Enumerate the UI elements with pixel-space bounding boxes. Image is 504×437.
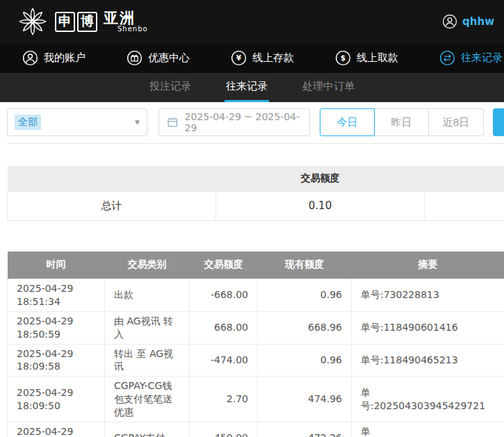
cell-summary: 单号:730228813 xyxy=(352,279,504,312)
brand-logo[interactable]: 申 博 亚洲 Shenbo xyxy=(17,6,148,38)
table-row: 2025-04-29 18:50:59 由 AG视讯 转入 668.00 668… xyxy=(8,311,504,344)
username: qhhw xyxy=(462,15,494,28)
table-row: 2025-04-29 18:51:34 出款 -668.00 0.96 单号:7… xyxy=(8,279,504,312)
cell-amount: 2.70 xyxy=(190,377,258,422)
col-balance: 现有额度 xyxy=(258,252,352,279)
cell-summary: 单号:118490601416 xyxy=(352,311,504,344)
logo-suffix-block: 亚洲 Shenbo xyxy=(104,10,148,33)
yuan-glyph: ¥ xyxy=(236,53,242,62)
nav-item-label: 我的账户 xyxy=(44,51,86,65)
summary-total-value: 0.10 xyxy=(216,191,425,220)
nav-item-label: 线上取款 xyxy=(357,51,398,65)
table-row: 2025-04-29 18:09:58 转出 至 AG视讯 -474.00 0.… xyxy=(8,344,504,377)
nav-item-label: 往来记录 xyxy=(461,51,503,65)
cell-time: 2025-04-29 18:09:50 xyxy=(8,422,105,437)
logo-subtitle: Shenbo xyxy=(104,26,148,33)
table-row: 2025-04-29 18:09:50 CGPAY-CG钱包支付笔笔送优惠 2.… xyxy=(8,377,504,422)
user-circle-icon xyxy=(22,50,38,66)
user-avatar-icon xyxy=(442,14,457,29)
quick-date-group: 今日 昨日 近8日 xyxy=(320,108,484,136)
col-amount: 交易额度 xyxy=(190,252,258,279)
chevron-down-icon: ▼ xyxy=(135,119,140,126)
cell-balance: 0.96 xyxy=(258,279,352,312)
logo-wordmark: 申 博 xyxy=(55,12,97,32)
calendar-icon xyxy=(167,116,179,129)
tab-label: 往来记录 xyxy=(226,80,268,93)
logo-char-bo: 博 xyxy=(77,12,97,32)
cell-type: 由 AG视讯 转入 xyxy=(105,311,190,344)
filter-bar: 全部 ▼ 2025-04-29 ~ 2025-04-29 今日 昨日 近8日 xyxy=(0,102,504,143)
cell-time: 2025-04-29 18:09:50 xyxy=(8,377,105,422)
tab-label: 处理中订单 xyxy=(302,80,355,93)
date-range-picker[interactable]: 2025-04-29 ~ 2025-04-29 xyxy=(158,108,310,136)
summary-table: 交易额度 总计 0.10 xyxy=(7,166,504,221)
query-button[interactable] xyxy=(493,108,504,136)
nav-item-my-account[interactable]: 我的账户 xyxy=(22,50,86,66)
logo-suffix: 亚洲 xyxy=(104,10,148,26)
nav-item-label: 线上存款 xyxy=(252,51,294,65)
cell-balance: 0.96 xyxy=(258,344,352,377)
nav-item-transaction-records[interactable]: 往来记录 xyxy=(439,50,503,66)
cell-type: CGPAY-CG钱包支付笔笔送优惠 xyxy=(105,377,190,422)
col-summary: 摘要 xyxy=(352,252,504,279)
summary-header-row: 交易额度 xyxy=(8,166,504,191)
nav-item-online-deposit[interactable]: ¥ 线上存款 xyxy=(231,50,294,66)
cell-amount: 450.00 xyxy=(190,422,258,437)
cell-summary: 单号:118490465213 xyxy=(352,344,504,377)
tab-transaction-records[interactable]: 往来记录 xyxy=(225,73,269,102)
cell-balance: 668.96 xyxy=(258,311,352,344)
summary-header-empty xyxy=(8,166,216,191)
header-user[interactable]: qhhw xyxy=(442,14,494,29)
tab-betting-records[interactable]: 投注记录 xyxy=(148,73,193,102)
main-nav: 我的账户 优惠中心 ¥ 线上存款 $ 线上取款 往来记录 xyxy=(0,43,504,73)
nav-item-online-withdraw[interactable]: $ 线上取款 xyxy=(335,50,398,66)
records-circle-icon xyxy=(439,50,455,66)
gift-circle-icon xyxy=(127,50,143,66)
flower-logo-icon xyxy=(17,6,49,38)
cell-time: 2025-04-29 18:51:34 xyxy=(8,279,105,312)
cell-amount: -668.00 xyxy=(190,279,258,312)
cell-type: 出款 xyxy=(105,279,190,312)
cell-summary: 单号:202504303945429721 xyxy=(352,377,504,422)
quick-btn-last8days[interactable]: 近8日 xyxy=(428,108,484,136)
cell-summary: 单号:202504303945429721 xyxy=(352,422,504,437)
cell-type: CGPAY支付 xyxy=(105,422,190,437)
tab-processing-orders[interactable]: 处理中订单 xyxy=(301,73,356,102)
summary-total-label: 总计 xyxy=(8,191,216,220)
col-time: 时间 xyxy=(8,252,105,279)
records-table: 时间 交易类别 交易额度 现有额度 摘要 2025-04-29 18:51:34… xyxy=(7,252,504,437)
cell-amount: 668.00 xyxy=(190,311,258,344)
records-header-row: 时间 交易类别 交易额度 现有额度 摘要 xyxy=(8,252,504,279)
cell-balance: 474.96 xyxy=(258,377,352,422)
cell-time: 2025-04-29 18:50:59 xyxy=(8,311,105,344)
section-divider xyxy=(7,143,504,144)
summary-header-empty xyxy=(425,166,504,191)
col-type: 交易类别 xyxy=(105,252,190,279)
type-select[interactable]: 全部 ▼ xyxy=(7,108,147,136)
deposit-circle-icon: ¥ xyxy=(231,50,247,66)
table-row: 2025-04-29 18:09:50 CGPAY支付 450.00 472.2… xyxy=(8,422,504,437)
summary-total-row: 总计 0.10 xyxy=(8,191,504,220)
sub-nav: 投注记录 往来记录 处理中订单 xyxy=(0,73,504,102)
nav-item-label: 优惠中心 xyxy=(148,51,190,65)
summary-header-amount: 交易额度 xyxy=(216,166,425,191)
type-select-value: 全部 xyxy=(15,115,41,130)
summary-empty-cell xyxy=(425,191,504,220)
logo-char-shen: 申 xyxy=(55,12,75,32)
cell-amount: -474.00 xyxy=(190,344,258,377)
cell-type: 转出 至 AG视讯 xyxy=(105,344,190,377)
nav-item-promotions[interactable]: 优惠中心 xyxy=(127,50,190,66)
tab-label: 投注记录 xyxy=(149,80,191,93)
withdraw-circle-icon: $ xyxy=(335,50,351,66)
cell-time: 2025-04-29 18:09:58 xyxy=(8,344,105,377)
cell-balance: 472.26 xyxy=(258,422,352,437)
quick-btn-today[interactable]: 今日 xyxy=(320,108,375,136)
quick-btn-yesterday[interactable]: 昨日 xyxy=(374,108,429,136)
top-header: 申 博 亚洲 Shenbo qhhw xyxy=(0,0,504,43)
dollar-glyph: $ xyxy=(341,53,346,62)
date-range-value: 2025-04-29 ~ 2025-04-29 xyxy=(185,111,302,133)
